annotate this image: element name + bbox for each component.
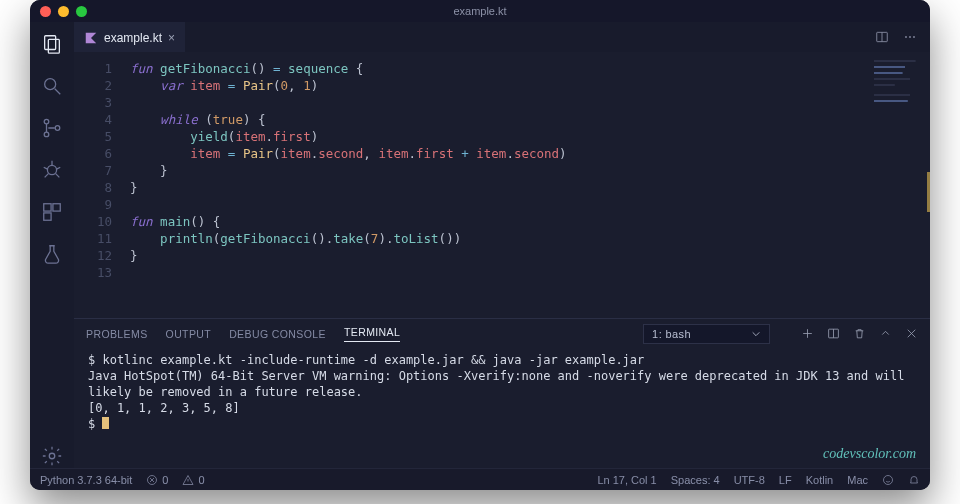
chevron-down-icon [751,329,761,339]
status-language[interactable]: Kotlin [806,474,834,486]
window-title: example.kt [30,5,930,17]
titlebar: example.kt [30,0,930,22]
tab-problems[interactable]: PROBLEMS [86,328,148,340]
status-encoding[interactable]: UTF-8 [734,474,765,486]
close-panel-icon[interactable] [904,327,918,340]
svg-line-9 [44,167,48,169]
status-errors[interactable]: 0 [146,474,168,486]
kill-terminal-icon[interactable] [852,327,866,340]
status-indent[interactable]: Spaces: 4 [671,474,720,486]
new-terminal-icon[interactable] [800,327,814,340]
svg-line-3 [55,89,61,95]
svg-line-11 [45,174,49,178]
testing-icon[interactable] [40,242,64,266]
svg-line-10 [57,167,61,169]
close-tab-icon[interactable]: × [168,31,175,45]
status-bell-icon[interactable] [908,474,920,486]
svg-rect-0 [45,36,56,50]
extensions-icon[interactable] [40,200,64,224]
collapse-panel-icon[interactable] [878,327,892,340]
svg-rect-1 [48,39,59,53]
terminal-shell-label: 1: bash [652,328,691,340]
source-control-icon[interactable] [40,116,64,140]
tab-output[interactable]: OUTPUT [166,328,212,340]
debug-icon[interactable] [40,158,64,182]
svg-point-7 [47,165,56,174]
svg-point-29 [884,475,893,484]
tab-example-kt[interactable]: example.kt × [74,22,185,52]
code-editor[interactable]: 12345678910111213 fun getFibonacci() = s… [74,52,930,318]
settings-gear-icon[interactable] [40,444,64,468]
minimap[interactable] [874,60,926,120]
status-eol[interactable]: LF [779,474,792,486]
terminal-output[interactable]: $ kotlinc example.kt -include-runtime -d… [74,348,930,468]
status-bar: Python 3.7.3 64-bit 0 0 Ln 17, Col 1 Spa… [30,468,930,490]
status-os[interactable]: Mac [847,474,868,486]
status-warnings[interactable]: 0 [182,474,204,486]
more-actions-icon[interactable]: ⋯ [902,30,918,44]
line-numbers: 12345678910111213 [74,52,122,318]
search-icon[interactable] [40,74,64,98]
terminal-cursor [102,417,109,429]
svg-point-4 [44,119,49,124]
explorer-icon[interactable] [40,32,64,56]
tab-label: example.kt [104,31,162,45]
svg-rect-14 [53,204,60,211]
tab-debug-console[interactable]: DEBUG CONSOLE [229,328,326,340]
svg-point-6 [55,126,60,131]
scroll-indicator [927,172,930,212]
panel-tab-strip: PROBLEMS OUTPUT DEBUG CONSOLE TERMINAL 1… [74,319,930,348]
svg-point-16 [49,453,55,459]
activity-bar [30,22,74,468]
svg-rect-15 [44,213,51,220]
tab-strip: example.kt × ⋯ [74,22,930,52]
editor-actions: ⋯ [874,30,930,44]
svg-point-2 [45,79,56,90]
status-feedback-icon[interactable] [882,474,894,486]
svg-rect-13 [44,204,51,211]
tab-terminal[interactable]: TERMINAL [344,326,400,342]
kotlin-file-icon [84,31,98,45]
svg-point-5 [44,132,49,137]
code-content: fun getFibonacci() = sequence { var item… [122,52,567,318]
editor-group: example.kt × ⋯ 12345678910111213 fun get… [74,22,930,468]
bottom-panel: PROBLEMS OUTPUT DEBUG CONSOLE TERMINAL 1… [74,318,930,468]
watermark: codevscolor.com [823,446,916,462]
split-editor-icon[interactable] [874,30,890,44]
terminal-shell-dropdown[interactable]: 1: bash [643,324,770,344]
vscode-window: example.kt example.kt × [30,0,930,490]
split-terminal-icon[interactable] [826,327,840,340]
status-python[interactable]: Python 3.7.3 64-bit [40,474,132,486]
status-line-column[interactable]: Ln 17, Col 1 [597,474,656,486]
svg-line-12 [56,174,60,178]
